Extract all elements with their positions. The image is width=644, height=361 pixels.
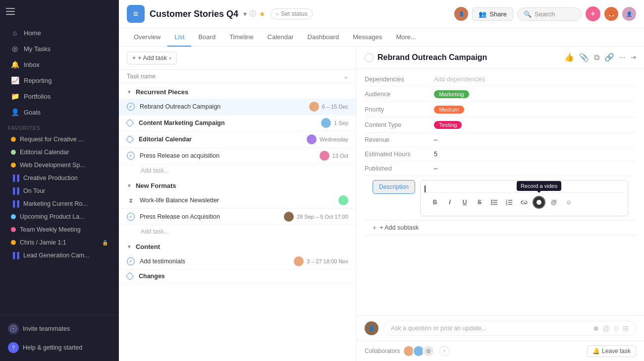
star-icon[interactable]: ★ — [259, 10, 266, 18]
task-check-diamond[interactable] — [126, 119, 134, 127]
underline-button[interactable]: U — [458, 196, 471, 209]
tab-board[interactable]: Board — [191, 28, 222, 47]
help-item[interactable]: ? Help & getting started — [0, 338, 119, 357]
unordered-list-button[interactable] — [488, 196, 501, 209]
priority-badge[interactable]: Medium — [434, 106, 464, 114]
sidebar-fav-request-creative[interactable]: Request for Creative ... — [3, 133, 116, 145]
mention-icon[interactable]: @ — [602, 324, 609, 332]
task-row[interactable]: Editorial Calendar Wednesday — [119, 131, 356, 148]
field-value-hours[interactable]: 5 — [434, 151, 636, 158]
description-area: Description B I U S 1.2.3. — [365, 176, 636, 221]
chevron-down-icon[interactable]: ▾ — [243, 10, 247, 18]
sidebar-item-reporting[interactable]: 📈 Reporting — [3, 73, 116, 88]
sidebar-fav-web-dev[interactable]: Web Development Sp... — [3, 159, 116, 171]
record-icon[interactable]: ⏺ — [592, 324, 599, 332]
apps-icon[interactable]: ⊞ — [623, 324, 629, 332]
sidebar-fav-team-weekly[interactable]: Team Weekly Meeting — [3, 224, 116, 236]
copy-icon[interactable]: ⧉ — [594, 53, 599, 62]
tab-list[interactable]: List — [167, 28, 191, 47]
ordered-list-button[interactable]: 1.2.3. — [503, 196, 516, 209]
expand-icon[interactable]: ⇥ — [631, 54, 636, 61]
task-check-diamond[interactable] — [126, 135, 134, 144]
task-row[interactable]: Content Marketing Campaign 1 Sep — [119, 115, 356, 131]
sidebar-item-goals[interactable]: 👤 Goals — [3, 105, 116, 120]
task-check-hourglass[interactable]: ⧗ — [127, 196, 135, 204]
task-check-done[interactable] — [127, 103, 135, 111]
tab-timeline[interactable]: Timeline — [222, 28, 261, 47]
detail-check[interactable] — [365, 53, 374, 62]
sort-icon[interactable]: ⌄ — [343, 73, 348, 80]
audience-badge[interactable]: Marketing — [434, 90, 469, 98]
link-button[interactable] — [518, 196, 531, 209]
set-status-button[interactable]: ○ Set status — [270, 8, 313, 19]
content-type-badge[interactable]: Testing — [434, 121, 462, 129]
tab-more[interactable]: More... — [389, 28, 423, 47]
sidebar-fav-upcoming[interactable]: Upcoming Product La... — [3, 211, 116, 223]
add-task-inline[interactable]: Add task... — [119, 164, 356, 177]
tab-dashboard[interactable]: Dashboard — [301, 28, 346, 47]
sidebar-fav-editorial[interactable]: Editorial Calendar — [3, 146, 116, 158]
fav-label: Team Weekly Meeting — [20, 226, 81, 233]
emoji-icon[interactable]: ☺ — [613, 324, 620, 332]
add-subtask-row[interactable]: + + Add subtask — [365, 221, 636, 235]
field-value-revenue[interactable]: – — [434, 136, 636, 143]
collapse-icon[interactable]: ▼ — [127, 89, 132, 95]
settings-icon[interactable]: ⚙ — [423, 345, 434, 357]
bold-button[interactable]: B — [429, 196, 441, 209]
strikethrough-button[interactable]: S — [473, 196, 486, 209]
avatar[interactable]: 👤 — [454, 7, 468, 21]
invite-teammates-item[interactable]: Invite teammates — [0, 319, 119, 338]
collapse-icon[interactable]: ▼ — [127, 244, 132, 249]
emoji-button[interactable]: ☺ — [562, 196, 575, 209]
field-row-audience: Audience Marketing — [365, 87, 636, 102]
sidebar-item-home[interactable]: ⌂ Home — [3, 25, 116, 40]
description-button[interactable]: Description — [373, 180, 415, 194]
comment-input[interactable]: Ask a question or post an update... ⏺ @ … — [383, 321, 636, 336]
plus-icon: + — [132, 55, 136, 61]
tab-messages[interactable]: Messages — [346, 28, 389, 47]
sidebar-toggle-icon[interactable] — [6, 8, 15, 17]
tab-overview[interactable]: Overview — [127, 28, 167, 47]
task-check-done[interactable] — [127, 257, 135, 265]
sidebar-fav-creative-production[interactable]: ▐▐ Creative Production — [3, 172, 116, 184]
field-value-dependencies[interactable]: Add dependencies — [434, 76, 636, 83]
attachment-icon[interactable]: 📎 — [579, 53, 589, 62]
thumbs-up-icon[interactable]: 👍 — [564, 53, 574, 62]
task-row[interactable]: Press Release on acquisition 13 Oct — [119, 148, 356, 164]
user-avatar-2[interactable]: 👤 — [622, 7, 636, 21]
sidebar-fav-chris-jamie[interactable]: Chris / Jamie 1:1 🔒 — [3, 237, 116, 248]
task-check-done[interactable] — [127, 152, 135, 160]
sidebar-item-my-tasks[interactable]: ◎ My Tasks — [3, 41, 116, 56]
field-value-published[interactable]: – — [434, 165, 636, 172]
italic-button[interactable]: I — [443, 196, 456, 209]
sidebar-fav-on-tour[interactable]: ▐▐ On Tour — [3, 185, 116, 197]
more-icon[interactable]: ··· — [619, 53, 626, 62]
add-task-inline[interactable]: Add task... — [119, 225, 356, 238]
add-collaborator-button[interactable]: + — [439, 346, 449, 356]
sidebar-item-portfolios[interactable]: 📁 Portfolios — [3, 89, 116, 104]
task-row[interactable]: ⧗ Work-life Balance Newsletter — [119, 192, 356, 209]
task-check-diamond[interactable] — [126, 272, 134, 281]
search-box[interactable]: 🔍 Search — [517, 7, 582, 21]
add-task-button[interactable]: + + Add task ▾ — [127, 52, 177, 64]
task-row[interactable]: Changes — [119, 270, 356, 283]
sidebar-fav-lead-gen[interactable]: ▐▐ Lead Generation Cam... — [3, 249, 116, 261]
task-row[interactable]: Add testimonials 3 – 27 18:00 Nov — [119, 253, 356, 270]
info-icon[interactable]: ⓘ — [250, 9, 256, 18]
add-button[interactable]: + — [586, 6, 600, 21]
user-avatar-1[interactable]: 🦊 — [604, 7, 618, 21]
sidebar-item-inbox[interactable]: 🔔 Inbox — [3, 57, 116, 72]
leave-task-button[interactable]: 🔔 Leave task — [587, 345, 636, 357]
sidebar-fav-marketing[interactable]: ▐▐ Marketing Current Ro... — [3, 198, 116, 210]
collapse-icon[interactable]: ▼ — [127, 183, 132, 188]
record-video-button[interactable] — [533, 196, 545, 209]
tab-calendar[interactable]: Calendar — [261, 28, 301, 47]
task-row[interactable]: Rebrand Outreach Campaign 6 – 15 Dec — [119, 99, 356, 115]
check-circle-icon: ◎ — [11, 45, 19, 53]
description-editor[interactable]: B I U S 1.2.3. — [420, 180, 628, 216]
task-check-done[interactable] — [127, 213, 135, 221]
link-icon[interactable]: 🔗 — [604, 53, 614, 62]
mention-button[interactable]: @ — [547, 196, 560, 209]
task-row[interactable]: Press Release on Acquisition 28 Sep – 5 … — [119, 209, 356, 225]
share-button[interactable]: 👥 Share — [472, 7, 513, 21]
